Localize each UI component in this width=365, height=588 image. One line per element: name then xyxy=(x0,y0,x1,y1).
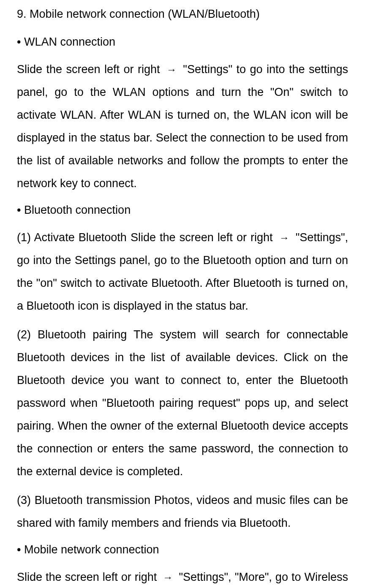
paragraph-bt2: (2) Bluetooth pairing The system will se… xyxy=(17,323,348,483)
arrow-icon: → xyxy=(277,232,292,243)
paragraph-wlan: Slide the screen left or right → "Settin… xyxy=(17,58,348,195)
wlan-text-2: "Settings" to go into the settings panel… xyxy=(17,63,348,190)
paragraph-mobile: Slide the screen left or right → "Settin… xyxy=(17,566,348,588)
bullet-mobile: • Mobile network connection xyxy=(17,540,348,560)
bullet-wlan: • WLAN connection xyxy=(17,33,348,52)
bt1-text-1: (1) Activate Bluetooth Slide the screen … xyxy=(17,231,277,244)
wlan-text-1: Slide the screen left or right xyxy=(17,63,164,76)
arrow-icon: → xyxy=(164,64,179,75)
bullet-bluetooth: • Bluetooth connection xyxy=(17,201,348,220)
paragraph-bt3: (3) Bluetooth transmission Photos, video… xyxy=(17,489,348,534)
paragraph-bt1: (1) Activate Bluetooth Slide the screen … xyxy=(17,226,348,317)
section-heading: 9. Mobile network connection (WLAN/Bluet… xyxy=(17,5,348,23)
arrow-icon: → xyxy=(160,572,175,583)
mobile-text-1: Slide the screen left or right xyxy=(17,571,160,583)
